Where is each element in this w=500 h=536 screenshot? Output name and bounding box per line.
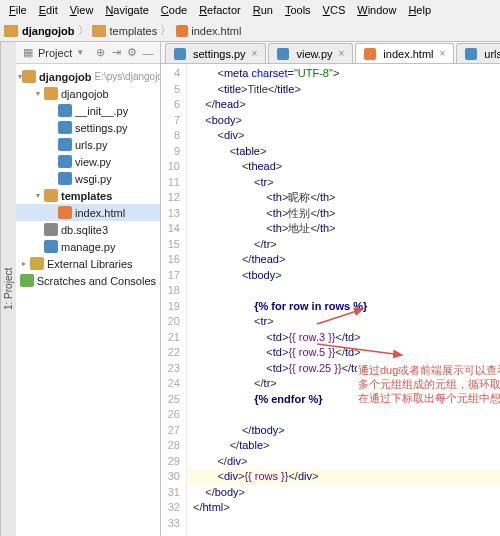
project-sidebar: ▦ Project ▼ ⊕ ⇥ ⚙ — djangojobE:\pys\djan… [16,42,161,536]
dir-icon [22,70,36,83]
tab-urls-py[interactable]: urls.py× [456,43,500,63]
tree-label: manage.py [61,241,115,253]
menu-code[interactable]: Code [156,2,192,18]
tree-twisty-icon[interactable] [32,191,44,200]
code-line-13[interactable]: <th>性别</th> [193,206,500,222]
menu-tools[interactable]: Tools [280,2,316,18]
code-editor[interactable]: 4567891011121314151617181920212223242526… [161,64,500,536]
py-icon [174,48,186,60]
code-line-30[interactable]: <div>{{ rows }}</div> [187,469,500,485]
tree-twisty-icon[interactable] [32,89,44,98]
menu-view[interactable]: View [65,2,99,18]
breadcrumb-folder[interactable]: templates [110,25,158,37]
close-icon[interactable]: × [339,48,345,59]
editor-tabs: settings.py×view.py×index.html×urls.py× [161,42,500,64]
menu-help[interactable]: Help [403,2,436,18]
code-line-26[interactable] [193,407,500,423]
tree-item-djangojob[interactable]: djangojobE:\pys\djangojob [16,68,160,85]
code-line-12[interactable]: <th>昵称</th> [193,190,500,206]
code-line-20[interactable]: <tr> [193,314,500,330]
py-icon [58,155,72,168]
code-source[interactable]: <meta charset="UTF-8"> <title>Title</tit… [187,64,500,536]
tree-label: External Libraries [47,258,133,270]
py-icon [277,48,289,60]
project-tree: djangojobE:\pys\djangojobdjangojob__init… [16,64,160,293]
target-icon[interactable]: ⊕ [94,47,106,59]
close-icon[interactable]: × [440,48,446,59]
tree-label: index.html [75,207,125,219]
tree-item-settings-py[interactable]: settings.py [16,119,160,136]
code-line-27[interactable]: </tbody> [193,423,500,439]
db-icon [44,223,58,236]
tree-label: view.py [75,156,111,168]
code-line-11[interactable]: <tr> [193,175,500,191]
html-icon [58,206,72,219]
code-line-18[interactable] [193,283,500,299]
tree-twisty-icon[interactable] [18,259,30,268]
py-icon [58,104,72,117]
menu-file[interactable]: File [4,2,32,18]
sidebar-title[interactable]: Project [38,47,72,59]
code-line-15[interactable]: </tr> [193,237,500,253]
code-line-17[interactable]: <tbody> [193,268,500,284]
code-line-31[interactable]: </body> [193,485,500,501]
code-line-4[interactable]: <meta charset="UTF-8"> [193,66,500,82]
code-line-5[interactable]: <title>Title</title> [193,82,500,98]
py-icon [44,240,58,253]
menu-vcs[interactable]: VCS [318,2,351,18]
code-line-32[interactable]: </html> [193,500,500,516]
tree-item-templates[interactable]: templates [16,187,160,204]
collapse-icon[interactable]: ⇥ [110,47,122,59]
code-line-8[interactable]: <div> [193,128,500,144]
code-line-21[interactable]: <td>{{ row.3 }}</td> [193,330,500,346]
tree-path: E:\pys\djangojob [95,71,160,82]
menu-navigate[interactable]: Navigate [100,2,153,18]
folder-icon [4,25,18,37]
tree-item-__init__-py[interactable]: __init__.py [16,102,160,119]
breadcrumb: djangojob 〉 templates 〉 index.html [0,20,500,42]
tab-label: urls.py [484,48,500,60]
code-line-6[interactable]: </head> [193,97,500,113]
tree-item-External-Libraries[interactable]: External Libraries [16,255,160,272]
tab-view-py[interactable]: view.py× [268,43,353,63]
tree-item-manage-py[interactable]: manage.py [16,238,160,255]
tree-item-djangojob[interactable]: djangojob [16,85,160,102]
breadcrumb-project[interactable]: djangojob [22,25,75,37]
code-line-10[interactable]: <thead> [193,159,500,175]
tab-index-html[interactable]: index.html× [355,43,454,63]
menu-refactor[interactable]: Refactor [194,2,246,18]
code-line-33[interactable] [193,516,500,532]
code-line-9[interactable]: <table> [193,144,500,160]
tab-settings-py[interactable]: settings.py× [165,43,266,63]
menu-bar: FileEditViewNavigateCodeRefactorRunTools… [0,0,500,20]
tree-label: wsgi.py [75,173,112,185]
code-line-16[interactable]: </thead> [193,252,500,268]
code-line-29[interactable]: </div> [193,454,500,470]
close-icon[interactable]: × [252,48,258,59]
code-line-7[interactable]: <body> [193,113,500,129]
tree-item-view-py[interactable]: view.py [16,153,160,170]
breadcrumb-file[interactable]: index.html [191,25,241,37]
menu-run[interactable]: Run [248,2,278,18]
tree-item-Scratches-and-Consoles[interactable]: Scratches and Consoles [16,272,160,289]
dir-icon [44,87,58,100]
tree-item-urls-py[interactable]: urls.py [16,136,160,153]
gear-icon[interactable]: ⚙ [126,47,138,59]
tree-item-index-html[interactable]: index.html [16,204,160,221]
tree-item-db-sqlite3[interactable]: db.sqlite3 [16,221,160,238]
code-line-22[interactable]: <td>{{ row.5 }}</td> [193,345,500,361]
folder-icon [92,25,106,37]
hide-icon[interactable]: — [142,47,154,59]
menu-window[interactable]: Window [352,2,401,18]
tree-label: templates [61,190,112,202]
chevron-down-icon[interactable]: ▼ [76,48,84,57]
menu-edit[interactable]: Edit [34,2,63,18]
project-tool-label[interactable]: 1: Project [0,42,16,536]
project-icon: ▦ [22,47,34,59]
code-line-19[interactable]: {% for row in rows %} [193,299,500,315]
tab-label: settings.py [193,48,246,60]
code-line-14[interactable]: <th>地址</th> [193,221,500,237]
tree-item-wsgi-py[interactable]: wsgi.py [16,170,160,187]
py-icon [58,172,72,185]
code-line-28[interactable]: </table> [193,438,500,454]
